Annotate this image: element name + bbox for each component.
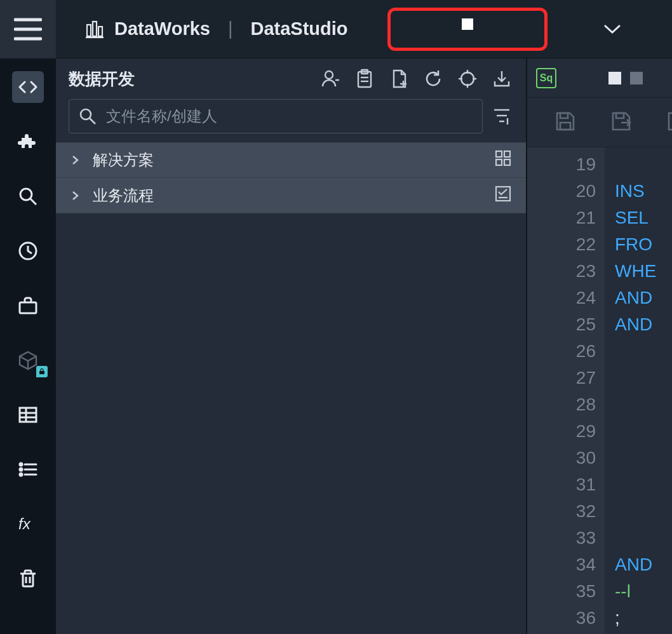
svg-rect-46 <box>496 159 502 165</box>
file-panel: 数据开发 <box>56 58 526 634</box>
user-add-button[interactable] <box>319 67 342 90</box>
chevron-right-icon <box>70 187 80 205</box>
left-rail: fx <box>0 58 56 634</box>
clipboard-icon <box>354 69 375 89</box>
main-menu-button[interactable] <box>0 0 56 58</box>
workspace-dropdown-highlight[interactable] <box>387 8 548 51</box>
file-tree: 解决方案 业务流程 <box>56 142 526 213</box>
svg-rect-3 <box>87 25 91 36</box>
rail-list[interactable] <box>12 454 44 485</box>
file-plus-icon <box>389 69 409 89</box>
svg-line-8 <box>30 199 36 205</box>
svg-rect-51 <box>560 123 570 130</box>
chevron-right-icon <box>70 151 80 169</box>
locate-button[interactable] <box>456 67 479 90</box>
svg-rect-47 <box>504 159 510 165</box>
svg-point-7 <box>20 189 32 200</box>
editor-toolbar <box>527 98 672 147</box>
editor: Sq 192021222324252627282930313233343536 … <box>526 58 672 634</box>
upload-icon <box>666 110 672 133</box>
briefcase-icon <box>17 295 39 316</box>
rail-toolbox[interactable] <box>12 290 44 321</box>
tab-indicator-inactive[interactable] <box>630 72 643 84</box>
svg-point-35 <box>461 72 474 85</box>
svg-line-42 <box>90 118 95 124</box>
cube-icon <box>17 349 39 371</box>
rail-trash[interactable] <box>12 563 44 595</box>
rail-function[interactable]: fx <box>12 508 44 540</box>
refresh-button[interactable] <box>422 67 445 90</box>
save-export-icon <box>610 110 633 133</box>
list-icon <box>17 459 39 480</box>
import-button[interactable] <box>490 67 513 90</box>
tree-row-solutions[interactable]: 解决方案 <box>56 142 526 178</box>
target-icon <box>457 69 478 89</box>
app-frame: DataWorks | DataStudio <box>0 0 672 634</box>
svg-rect-5 <box>98 27 102 36</box>
brand-product: DataWorks <box>114 18 210 39</box>
lock-badge-icon <box>36 366 48 377</box>
search-row <box>56 99 526 142</box>
rail-schedule[interactable] <box>12 235 44 267</box>
refresh-icon <box>423 69 443 89</box>
user-icon <box>320 69 340 89</box>
brand-logo-icon <box>84 18 105 40</box>
workspace-placeholder-icon <box>462 18 473 30</box>
brand: DataWorks | DataStudio <box>84 18 348 40</box>
tab-indicators <box>608 72 643 84</box>
rail-extensions[interactable] <box>12 126 44 158</box>
brand-section: DataStudio <box>251 18 348 39</box>
import-icon <box>492 69 512 89</box>
panel-actions <box>319 67 513 90</box>
filter-icon <box>492 107 511 126</box>
workspace-dropdown-caret[interactable] <box>603 24 621 37</box>
rail-table[interactable] <box>12 399 44 431</box>
code-body[interactable]: INSSELFROWHEANDAND AND--l; <box>605 147 672 634</box>
svg-rect-50 <box>560 113 568 118</box>
checklist-icon[interactable] <box>494 185 512 206</box>
save-button[interactable] <box>554 110 577 135</box>
filter-button[interactable] <box>490 105 513 128</box>
chevron-down-icon <box>603 24 621 34</box>
clock-icon <box>17 240 39 262</box>
panel-header: 数据开发 <box>56 58 526 99</box>
svg-rect-48 <box>496 187 510 201</box>
rail-code[interactable] <box>12 71 44 103</box>
search-input[interactable] <box>106 107 473 125</box>
top-bar: DataWorks | DataStudio <box>0 0 672 58</box>
svg-rect-44 <box>496 151 502 157</box>
fx-icon: fx <box>17 513 39 535</box>
submit-button[interactable] <box>666 110 672 135</box>
body: fx 数据开发 <box>0 58 672 634</box>
svg-rect-54 <box>669 113 672 130</box>
svg-rect-14 <box>20 408 36 422</box>
grid-icon[interactable] <box>494 149 512 171</box>
task-button[interactable] <box>353 67 376 90</box>
code-area[interactable]: 192021222324252627282930313233343536 INS… <box>527 147 672 634</box>
search-icon <box>17 185 39 207</box>
svg-rect-4 <box>93 22 97 36</box>
tree-row-label: 解决方案 <box>93 150 154 170</box>
tree-row-label: 业务流程 <box>93 185 154 206</box>
rail-search[interactable] <box>12 180 44 212</box>
sql-file-badge[interactable]: Sq <box>536 68 556 88</box>
svg-rect-45 <box>504 151 510 157</box>
line-gutter: 192021222324252627282930313233343536 <box>527 147 605 634</box>
hamburger-icon <box>14 18 42 41</box>
svg-point-23 <box>20 473 22 476</box>
tab-indicator-active[interactable] <box>608 72 621 84</box>
save-export-button[interactable] <box>610 110 633 135</box>
search-icon <box>78 107 97 126</box>
puzzle-icon <box>17 131 39 152</box>
new-file-button[interactable] <box>387 67 410 90</box>
tree-row-workflows[interactable]: 业务流程 <box>56 178 526 213</box>
svg-point-41 <box>81 109 91 119</box>
save-icon <box>554 110 577 133</box>
svg-rect-52 <box>616 113 624 118</box>
tab-strip: Sq <box>527 58 672 98</box>
table-icon <box>17 404 39 426</box>
rail-model[interactable] <box>12 344 44 376</box>
svg-rect-13 <box>39 371 44 374</box>
search-field[interactable] <box>69 99 483 133</box>
svg-point-27 <box>325 71 333 79</box>
